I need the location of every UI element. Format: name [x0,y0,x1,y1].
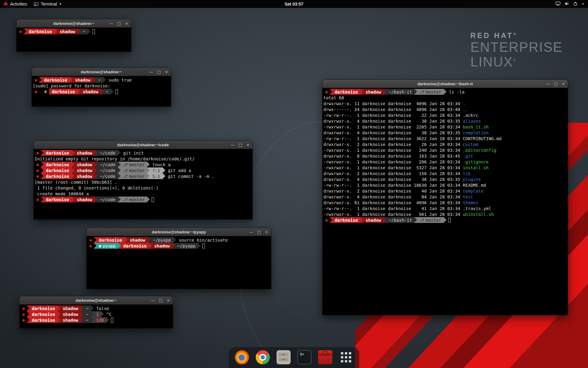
powerline-separator [172,243,175,249]
powerline-triangle [72,197,74,202]
terminal-text: ^C [104,312,111,317]
terminal-body[interactable]: ●darknoiseshadow~ [17,28,131,35]
terminal-text: -rw-rw-r--. 1 darknoise darknoise 3622 J… [323,136,463,141]
terminal-window-4[interactable]: darknoise@shadow:~/pyapp—□×●darknoisesha… [87,228,271,289]
terminal-line: [master (root-commit) 50bcb63] . [35,179,251,185]
terminal-text: -rwxrwxr-x. 1 darknoise darknoise 206 Ja… [323,159,463,164]
display-icon[interactable] [556,2,560,7]
window-maximize-button[interactable]: □ [239,143,242,147]
window-minimize-button[interactable]: — [109,21,113,25]
volume-icon[interactable] [564,2,569,7]
terminal-line: ●●pyappdarknoiseshadow~/pyapp [88,243,270,249]
prompt-segment-user: darknoise [29,311,58,317]
prompt-segment-path: ~/code [97,150,118,156]
powerline-triangle [77,29,80,34]
terminal-window-5[interactable]: darknoise@shadow:~—□×●darknoiseshadow~ f… [20,296,173,328]
redhat-prompt-icon: ● [88,237,94,243]
terminal-body[interactable]: ●darknoiseshadow~ sudo true[sudo] passwo… [32,76,171,95]
terminal-text: aliases [463,119,481,124]
powerline-separator [147,173,150,179]
dock-app-grid-icon[interactable] [339,350,353,364]
window-title: darknoise@shadow:~ [76,298,117,303]
terminal-text: .editorconfig [463,148,496,153]
window-titlebar[interactable]: darknoise@shadow:~/pyapp—□× [87,228,271,236]
terminal-text: .git [463,154,473,159]
terminal-window-3[interactable]: darknoise@shadow:~/code—□×●darknoiseshad… [34,141,252,219]
terminal-body[interactable]: ●darknoiseshadow~/pyapp source bin/activ… [87,236,271,250]
terminal-text: test [463,194,473,199]
powerline-triangle [149,243,152,248]
powerline-separator [444,217,447,223]
window-titlebar[interactable]: darknoise@shadow:~/bash-it—□× [322,80,568,88]
powerline-separator [173,237,176,243]
terminal-body[interactable]: ●darknoiseshadow~/bash-it⎇master ls -lat… [322,88,568,224]
powerline-separator [41,150,43,156]
window-titlebar[interactable]: darknoise@shadow:~—□× [20,296,173,305]
window-titlebar[interactable]: darknoise@shadow:~—□× [32,68,171,76]
powerline-triangle [101,89,104,94]
powerline-triangle [444,217,447,223]
clock[interactable]: Sat 03:57 [285,2,303,6]
terminal-window-6[interactable]: darknoise@shadow:~/bash-it—□×●darknoises… [322,80,568,315]
dock-files-icon[interactable] [277,350,291,364]
dock-toolbox-icon[interactable] [318,350,332,364]
terminal-text: ls -la [447,90,465,94]
window-close-button[interactable]: × [165,70,168,74]
window-maximize-button[interactable]: □ [257,230,261,234]
prompt-segment-gitstatus: ?:1 [150,167,162,173]
power-icon[interactable] [573,2,578,7]
prompt-segment-exit: 130 [94,317,106,323]
terminal-text: .ackrc [463,113,478,118]
terminal-text: sudo true [106,78,132,82]
redhat-icon: ● [19,29,22,34]
window-maximize-button[interactable]: □ [117,21,121,25]
window-close-button[interactable]: × [167,298,170,302]
terminal-text: [master (root-commit) 50bcb63] . [35,180,117,185]
dock-chrome-icon[interactable] [256,350,270,364]
powerline-separator [39,89,42,94]
terminal-text: CONTRIBUTING.md [463,136,501,141]
window-close-button[interactable]: × [562,82,565,86]
system-status-area[interactable]: ▼ [552,0,588,8]
terminal-window-1[interactable]: darknoise@shadow:~—□×●darknoiseshadow~ [17,19,131,52]
app-menu-terminal[interactable]: Terminal ▼ [30,0,65,8]
terminal-body[interactable]: ●darknoiseshadow~ false●darknoiseshadow~… [20,305,173,324]
powerline-triangle [125,237,127,243]
prompt-segment-host: shadow [73,77,93,83]
window-minimize-button[interactable]: — [151,298,155,302]
dock-terminal-icon[interactable]: $> [297,350,311,364]
window-minimize-button[interactable]: — [149,70,153,74]
redhat-prompt-icon: ● [88,243,94,249]
terminal-text: git commit -a -m . [165,174,214,179]
powerline-triangle [41,173,43,179]
dock-firefox-icon[interactable] [235,350,249,364]
powerline-separator [360,217,363,223]
terminal-window-2[interactable]: darknoise@shadow:~—□×●darknoiseshadow~ s… [32,68,171,106]
window-close-button[interactable]: × [265,230,268,234]
terminal-text: .gitignore [463,159,488,164]
window-minimize-button[interactable]: — [231,143,235,147]
window-minimize-button[interactable]: — [546,82,550,86]
window-titlebar[interactable]: darknoise@shadow:~/code—□× [34,141,252,149]
prompt-segment-path: ~ [83,305,91,311]
powerline-triangle [91,305,94,311]
dropdown-caret-icon: ▼ [59,2,62,6]
window-maximize-button[interactable]: □ [554,82,558,86]
window-minimize-button[interactable]: — [249,230,253,234]
terminal-line: ●darknoiseshadow~130 [21,317,172,323]
window-maximize-button[interactable]: □ [159,298,163,302]
activities-button[interactable]: Activities [0,0,30,8]
terminal-body[interactable]: ●darknoiseshadow~/code git initInitializ… [34,149,252,203]
powerline-separator [72,162,74,167]
terminal-line: -rwxrwxr-x. 1 darknoise darknoise 5327 J… [323,165,567,171]
window-close-button[interactable]: × [125,21,128,25]
prompt-segment-path: ~/pyapp [150,237,173,243]
prompt-segment-gitstatus: S:1 [150,173,162,179]
prompt-segment-host: shadow [127,237,148,243]
powerline-triangle [360,89,363,94]
powerline-triangle [39,89,42,94]
window-maximize-button[interactable]: □ [157,70,161,74]
window-titlebar[interactable]: darknoise@shadow:~—□× [17,19,131,28]
powerline-triangle [330,89,332,94]
window-close-button[interactable]: × [246,143,250,147]
